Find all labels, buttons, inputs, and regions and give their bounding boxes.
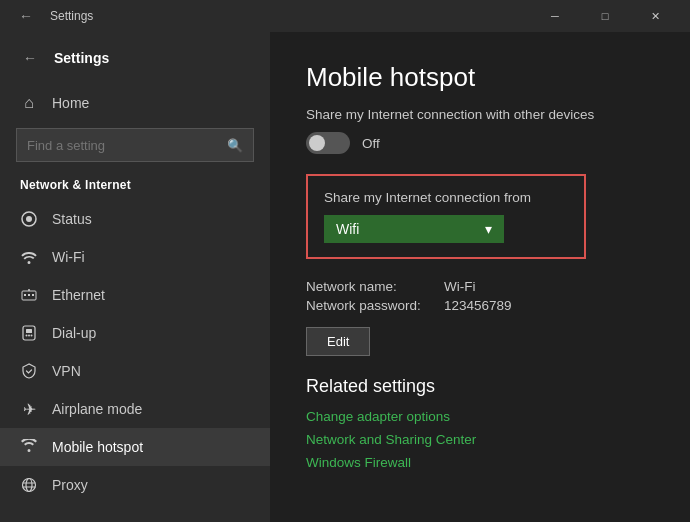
- related-link-firewall[interactable]: Windows Firewall: [306, 455, 654, 470]
- toggle-row: Off: [306, 132, 654, 154]
- network-password-label: Network password:: [306, 298, 436, 313]
- toggle-state-label: Off: [362, 136, 380, 151]
- sidebar-back-button[interactable]: ←: [16, 44, 44, 72]
- svg-point-5: [26, 335, 28, 337]
- hotspot-toggle[interactable]: [306, 132, 350, 154]
- network-password-value: 123456789: [444, 298, 512, 313]
- proxy-icon: [20, 476, 38, 494]
- maximize-button[interactable]: □: [582, 0, 628, 32]
- titlebar-left: ← Settings: [12, 2, 93, 30]
- svg-point-8: [23, 479, 36, 492]
- search-input[interactable]: [27, 138, 219, 153]
- svg-point-9: [26, 479, 32, 492]
- sidebar-item-ethernet-label: Ethernet: [52, 287, 105, 303]
- sidebar-back-icon: ←: [23, 50, 37, 66]
- sidebar-item-status[interactable]: Status: [0, 200, 270, 238]
- svg-point-1: [26, 216, 32, 222]
- airplane-icon: ✈: [20, 400, 38, 418]
- sidebar-item-dialup[interactable]: Dial-up: [0, 314, 270, 352]
- network-name-row: Network name: Wi-Fi: [306, 279, 654, 294]
- search-icon: 🔍: [227, 138, 243, 153]
- status-icon: [20, 210, 38, 228]
- back-icon: ←: [19, 8, 33, 24]
- svg-point-7: [31, 335, 33, 337]
- edit-button[interactable]: Edit: [306, 327, 370, 356]
- sidebar-item-hotspot[interactable]: Mobile hotspot: [0, 428, 270, 466]
- sidebar-item-vpn-label: VPN: [52, 363, 81, 379]
- dropdown-chevron-icon: ▾: [485, 221, 492, 237]
- sidebar-app-title: Settings: [54, 50, 109, 66]
- share-from-label: Share my Internet connection from: [324, 190, 568, 205]
- sidebar-item-airplane[interactable]: ✈ Airplane mode: [0, 390, 270, 428]
- sidebar-item-ethernet[interactable]: Ethernet: [0, 276, 270, 314]
- wifi-icon: [20, 248, 38, 266]
- back-button[interactable]: ←: [12, 2, 40, 30]
- home-icon: ⌂: [20, 94, 38, 112]
- hotspot-icon: [20, 438, 38, 456]
- related-link-sharing-center[interactable]: Network and Sharing Center: [306, 432, 654, 447]
- page-title: Mobile hotspot: [306, 62, 654, 93]
- sidebar-item-wifi[interactable]: Wi-Fi: [0, 238, 270, 276]
- wifi-select-dropdown[interactable]: Wifi ▾: [324, 215, 504, 243]
- share-description: Share my Internet connection with other …: [306, 107, 654, 122]
- sidebar: ← Settings ⌂ Home 🔍 Network & Internet S…: [0, 32, 270, 522]
- sidebar-item-airplane-label: Airplane mode: [52, 401, 142, 417]
- close-button[interactable]: ✕: [632, 0, 678, 32]
- sidebar-header: ← Settings: [0, 32, 270, 84]
- sidebar-item-wifi-label: Wi-Fi: [52, 249, 85, 265]
- ethernet-icon: [20, 286, 38, 304]
- sidebar-section-title: Network & Internet: [0, 172, 270, 200]
- related-settings-title: Related settings: [306, 376, 654, 397]
- share-from-box: Share my Internet connection from Wifi ▾: [306, 174, 586, 259]
- sidebar-item-status-label: Status: [52, 211, 92, 227]
- wifi-option-label: Wifi: [336, 221, 359, 237]
- main-content: Mobile hotspot Share my Internet connect…: [270, 32, 690, 522]
- svg-point-6: [28, 335, 30, 337]
- sidebar-home-item[interactable]: ⌂ Home: [0, 84, 270, 122]
- sidebar-item-vpn[interactable]: VPN: [0, 352, 270, 390]
- toggle-knob: [309, 135, 325, 151]
- dialup-icon: [20, 324, 38, 342]
- titlebar-title: Settings: [50, 9, 93, 23]
- minimize-button[interactable]: ─: [532, 0, 578, 32]
- sidebar-item-proxy[interactable]: Proxy: [0, 466, 270, 504]
- sidebar-item-proxy-label: Proxy: [52, 477, 88, 493]
- sidebar-home-label: Home: [52, 95, 89, 111]
- sidebar-item-hotspot-label: Mobile hotspot: [52, 439, 143, 455]
- network-details: Network name: Wi-Fi Network password: 12…: [306, 279, 654, 356]
- titlebar: ← Settings ─ □ ✕: [0, 0, 690, 32]
- vpn-icon: [20, 362, 38, 380]
- search-box[interactable]: 🔍: [16, 128, 254, 162]
- network-name-label: Network name:: [306, 279, 436, 294]
- related-link-adapter[interactable]: Change adapter options: [306, 409, 654, 424]
- sidebar-item-dialup-label: Dial-up: [52, 325, 96, 341]
- network-name-value: Wi-Fi: [444, 279, 475, 294]
- svg-rect-4: [26, 329, 32, 333]
- app-body: ← Settings ⌂ Home 🔍 Network & Internet S…: [0, 32, 690, 522]
- titlebar-controls: ─ □ ✕: [532, 0, 678, 32]
- network-password-row: Network password: 123456789: [306, 298, 654, 313]
